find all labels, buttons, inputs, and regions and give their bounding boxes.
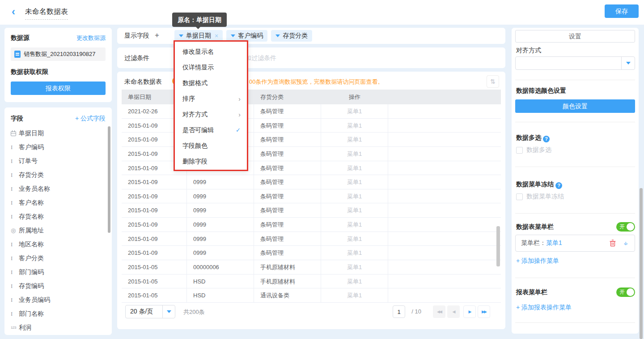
table-row: 2015-01-0500000006手机原辅材料菜单1 (122, 260, 501, 275)
field-item-地区名称[interactable]: I地区名称 (11, 237, 106, 251)
action-cell[interactable]: 菜单1 (321, 275, 388, 289)
action-cell[interactable]: 菜单1 (321, 260, 388, 275)
action-cell[interactable]: 菜单1 (321, 147, 388, 161)
menu-item-修改显示名[interactable]: 修改显示名 (175, 44, 247, 60)
move-icon[interactable]: ↔↕ (622, 240, 629, 247)
table-menubar-toggle[interactable]: 开 (616, 222, 635, 232)
field-item-存货名称[interactable]: I存货名称 (11, 210, 106, 223)
action-cell[interactable]: 菜单1 (321, 119, 388, 133)
divider (515, 122, 635, 122)
field-item-存货分类[interactable]: I存货分类 (11, 168, 106, 182)
delete-icon[interactable] (610, 240, 616, 247)
align-select[interactable] (515, 56, 635, 70)
action-cell[interactable]: 菜单1 (321, 246, 388, 260)
chevron-down-icon (179, 34, 183, 37)
menu-item-仅详情显示[interactable]: 仅详情显示 (175, 60, 247, 75)
field-label: 客户名称 (19, 199, 44, 207)
menu-item-对齐方式[interactable]: 对齐方式› (175, 107, 247, 122)
back-icon[interactable]: ‹ (12, 6, 15, 17)
table-cell (388, 189, 501, 204)
table-row: 2015-01-090999条码管理菜单1 (122, 246, 501, 260)
menu-item-数据格式[interactable]: 数据格式 (175, 75, 247, 91)
multi-select-checkbox-label: 数据多选 (526, 146, 551, 154)
action-cell[interactable]: 菜单1 (321, 232, 388, 246)
freeze-checkbox-row[interactable]: 数据菜单冻结 (516, 193, 564, 201)
field-item-所属地址[interactable]: ◎所属地址 (11, 223, 106, 237)
field-item-部门编码[interactable]: I部门编码 (11, 265, 106, 279)
change-datasource-link[interactable]: 更改数据源 (76, 34, 106, 42)
action-cell[interactable]: 菜单1 (321, 161, 388, 176)
field-item-存货编码[interactable]: I存货编码 (11, 279, 106, 293)
add-action-menu-link[interactable]: + 添加操作菜单 (516, 257, 559, 265)
report-menubar-toggle[interactable]: 开 (616, 288, 635, 297)
field-label: 订单号 (19, 157, 38, 165)
field-item-部门名称[interactable]: I部门名称 (11, 307, 106, 321)
menu-item-row[interactable]: 菜单栏： 菜单1 ↔↕ (515, 235, 635, 252)
last-page-button[interactable]: ▶▶ (478, 305, 490, 318)
total-count: 共200条 (183, 308, 205, 316)
chevron-down-icon (231, 34, 235, 37)
panel-scrollbar[interactable] (640, 188, 643, 339)
preview-notice: 00条作为查询数据预览，完整数据请访问页面查看。 (249, 78, 383, 86)
field-item-业务员编码[interactable]: I业务员编码 (11, 293, 106, 307)
table-cell: 0999 (187, 175, 254, 189)
field-item-单据日期[interactable]: 单据日期 (11, 126, 106, 140)
report-menubar-label: 报表菜单栏 (516, 288, 547, 296)
datasource-file[interactable]: 销售数据_20210203190827 (11, 47, 106, 61)
field-item-客户分类[interactable]: I客户分类 (11, 251, 106, 265)
save-button[interactable]: 保存 (605, 4, 639, 18)
first-page-button[interactable]: ◀◀ (433, 305, 445, 318)
page: ‹ 未命名数据表 保存 数据源 更改数据源 销售数据_2021020319082… (0, 0, 644, 339)
action-cell[interactable]: 菜单1 (321, 218, 388, 232)
fields-scrollbar[interactable] (108, 126, 110, 233)
table-cell: 0999 (187, 203, 254, 218)
divider (515, 167, 635, 167)
menu-item-label: 排序 (182, 95, 195, 103)
table-cell (388, 161, 501, 176)
menu-item-字段颜色[interactable]: 字段颜色 (175, 138, 247, 154)
action-cell[interactable]: 菜单1 (321, 175, 388, 189)
checkbox-icon[interactable] (516, 193, 523, 200)
chevron-down-icon (167, 310, 171, 313)
action-cell[interactable]: 菜单1 (321, 203, 388, 218)
help-icon[interactable]: ? (543, 136, 550, 142)
row-order-icon[interactable]: ⇅ (487, 75, 499, 88)
menu-item-是否可编辑[interactable]: 是否可编辑✓ (175, 122, 247, 138)
action-cell[interactable]: 菜单1 (321, 189, 388, 204)
menu-item-name[interactable]: 菜单1 (546, 239, 610, 247)
text-icon: I (11, 144, 19, 151)
help-icon[interactable]: ? (555, 182, 562, 189)
settings-header[interactable]: 设置 (515, 30, 635, 43)
field-item-利润[interactable]: 123利润 (11, 321, 106, 335)
align-select-value (516, 57, 621, 69)
add-report-menu-link[interactable]: + 添加报表操作菜单 (516, 304, 572, 312)
page-size-select[interactable]: 20 条/页 (125, 305, 175, 318)
next-page-button[interactable]: ▶ (463, 305, 476, 318)
table-cell (388, 246, 501, 260)
menu-item-删除字段[interactable]: 删除字段 (175, 154, 247, 169)
table-cell: 手机原辅材料 (254, 260, 321, 275)
action-cell[interactable]: 菜单1 (321, 104, 388, 119)
add-formula-field-link[interactable]: + 公式字段 (75, 115, 106, 123)
report-permission-button[interactable]: 报表权限 (11, 82, 106, 95)
field-item-客户编码[interactable]: I客户编码 (11, 140, 106, 154)
action-cell[interactable]: 菜单1 (321, 288, 388, 303)
add-display-field-icon[interactable]: + (155, 31, 159, 40)
multi-select-checkbox-row[interactable]: 数据多选 (516, 146, 551, 154)
color-settings-button[interactable]: 颜色设置 (515, 99, 635, 113)
field-item-订单号[interactable]: I订单号 (11, 154, 106, 168)
table-cell: 条码管理 (254, 119, 321, 133)
field-item-业务员名称[interactable]: I业务员名称 (11, 182, 106, 196)
page-title[interactable]: 未命名数据表 (25, 7, 68, 20)
close-icon[interactable]: × (215, 32, 218, 39)
prev-page-button[interactable]: ◀ (447, 305, 460, 318)
field-item-客户名称[interactable]: I客户名称 (11, 196, 106, 210)
menu-item-排序[interactable]: 排序› (175, 91, 247, 107)
page-number-input[interactable] (393, 305, 405, 318)
menu-item-label: 数据格式 (182, 79, 208, 87)
checkbox-icon[interactable] (516, 147, 523, 154)
table-scrollbar[interactable] (496, 226, 500, 266)
table-cell: 0999 (187, 232, 254, 246)
field-chip-存货分类[interactable]: 存货分类 (271, 30, 312, 42)
action-cell[interactable]: 菜单1 (321, 133, 388, 147)
